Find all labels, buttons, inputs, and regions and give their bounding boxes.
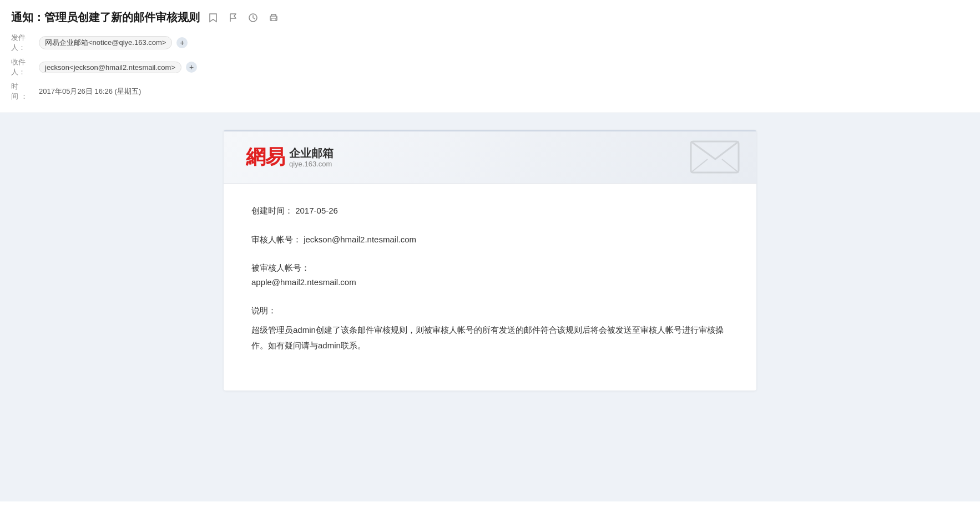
envelope-icon xyxy=(690,137,740,178)
envelope-svg xyxy=(690,137,740,176)
logo-text-block: 企业邮箱 qiye.163.com xyxy=(289,146,334,169)
svg-rect-2 xyxy=(271,18,276,21)
logo-163-text: 網易 xyxy=(246,144,285,171)
create-time-label: 创建时间： xyxy=(251,206,293,215)
flag-button[interactable] xyxy=(226,12,240,24)
email-content: 创建时间： 2017-05-26 审核人帐号： jeckson@hmail2.n… xyxy=(224,184,756,391)
from-label: 发件人： xyxy=(11,33,39,53)
from-chip: 网易企业邮箱<notice@qiye.163.com> xyxy=(39,36,172,49)
time-row: 时 间： 2017年05月26日 16:26 (星期五) xyxy=(11,82,969,102)
clock-icon xyxy=(249,13,257,22)
to-address: jeckson<jeckson@hmail2.ntesmail.com> xyxy=(45,63,175,72)
description-label: 说明： xyxy=(251,306,276,315)
email-header: 通知：管理员创建了新的邮件审核规则 xyxy=(0,0,980,113)
description-row: 说明： 超级管理员admin创建了该条邮件审核规则，则被审核人帐号的所有发送的邮… xyxy=(251,303,729,354)
to-chip: jeckson<jeckson@hmail2.ntesmail.com> xyxy=(39,62,181,73)
logo-domain-text: qiye.163.com xyxy=(289,160,334,169)
subject-row: 通知：管理员创建了新的邮件审核规则 xyxy=(11,10,969,25)
reviewed-row: 被审核人帐号： apple@hmail2.ntesmail.com xyxy=(251,261,729,289)
clock-button[interactable] xyxy=(246,12,260,23)
brand-header: 網易 企业邮箱 qiye.163.com xyxy=(224,130,756,184)
print-icon xyxy=(269,13,279,22)
to-label: 收件人： xyxy=(11,57,39,77)
bookmark-button[interactable] xyxy=(206,12,220,24)
reviewed-label: 被审核人帐号： xyxy=(251,261,729,275)
bookmark-icon xyxy=(209,13,218,23)
time-value: 2017年05月26日 16:26 (星期五) xyxy=(39,87,141,97)
print-button[interactable] xyxy=(266,12,281,23)
email-body-wrapper: 網易 企业邮箱 qiye.163.com xyxy=(0,113,980,501)
create-time-value: 2017-05-26 xyxy=(295,206,338,215)
from-address: 网易企业邮箱<notice@qiye.163.com> xyxy=(45,38,166,48)
create-time-row: 创建时间： 2017-05-26 xyxy=(251,204,729,218)
logo-enterprise-text: 企业邮箱 xyxy=(289,146,334,160)
reviewer-value: jeckson@hmail2.ntesmail.com xyxy=(304,235,416,244)
to-add-button[interactable]: + xyxy=(186,62,197,73)
reviewer-row: 审核人帐号： jeckson@hmail2.ntesmail.com xyxy=(251,232,729,247)
from-row: 发件人： 网易企业邮箱<notice@qiye.163.com> + xyxy=(11,33,969,53)
from-add-button[interactable]: + xyxy=(176,37,188,48)
description-text: 超级管理员admin创建了该条邮件审核规则，则被审核人帐号的所有发送的邮件符合该… xyxy=(251,322,729,354)
flag-icon xyxy=(229,13,238,23)
email-subject: 通知：管理员创建了新的邮件审核规则 xyxy=(11,10,200,25)
svg-point-3 xyxy=(276,17,277,18)
to-row: 收件人： jeckson<jeckson@hmail2.ntesmail.com… xyxy=(11,57,969,77)
email-card: 網易 企业邮箱 qiye.163.com xyxy=(224,130,756,391)
reviewer-label: 审核人帐号： xyxy=(251,235,301,244)
reviewed-value: apple@hmail2.ntesmail.com xyxy=(251,275,729,290)
brand-logo: 網易 企业邮箱 qiye.163.com xyxy=(246,144,334,171)
time-label: 时 间： xyxy=(11,82,39,102)
email-container: 通知：管理员创建了新的邮件审核规则 xyxy=(0,0,980,507)
